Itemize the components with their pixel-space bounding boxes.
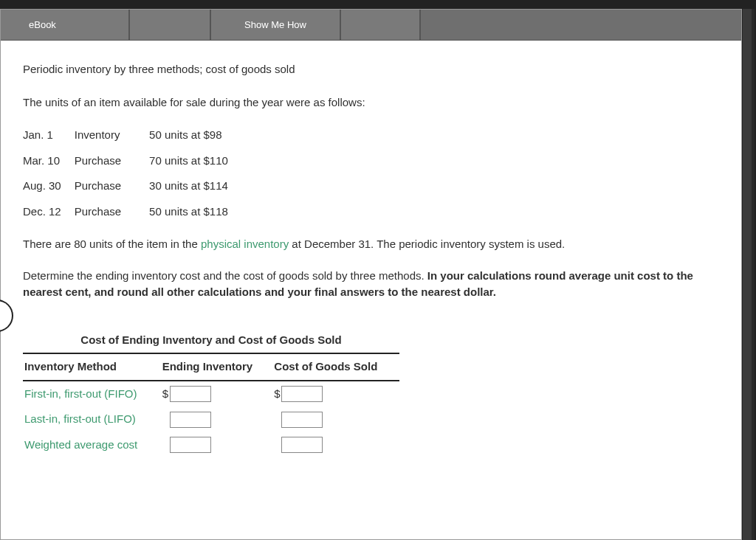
table-row: Aug. 30 Purchase 30 units at $114 [23,173,241,199]
answer-section: Cost of Ending Inventory and Cost of Goo… [23,329,399,458]
answer-table-title: Cost of Ending Inventory and Cost of Goo… [23,329,399,355]
table-header-row: Inventory Method Ending Inventory Cost o… [23,354,399,381]
physical-inventory-sentence: There are 80 units of the item in the ph… [23,236,719,253]
table-row: Dec. 12 Purchase 50 units at $118 [23,199,241,225]
content-frame: eBook Show Me How Periodic inventory by … [0,9,742,540]
text-fragment: There are 80 units of the item in the [23,238,201,250]
cell-ending-inventory [161,406,273,432]
cell-cogs [272,406,399,432]
cell-type: Inventory [75,122,134,148]
dollar-sign: $ [274,386,281,403]
method-lifo: Last-in, first-out (LIFO) [23,406,161,432]
dollar-sign: $ [162,386,170,403]
tab-bar: eBook Show Me How [1,10,741,41]
input-fifo-cogs[interactable] [281,386,323,402]
cell-cogs [272,432,399,458]
input-lifo-ending[interactable] [170,412,211,428]
tab-ebook[interactable]: eBook [1,10,130,40]
table-row: First-in, first-out (FIFO) $ $ [23,381,399,407]
tab-remainder [421,10,741,40]
instruction-sentence: Determine the ending inventory cost and … [23,268,719,301]
cell-detail: 70 units at $110 [134,148,241,174]
inventory-availability-table: Jan. 1 Inventory 50 units at $98 Mar. 10… [23,122,241,224]
cell-ending-inventory [161,432,273,458]
cell-detail: 50 units at $98 [134,122,241,148]
cell-type: Purchase [75,148,134,174]
cell-date: Jan. 1 [23,122,75,148]
cell-date: Mar. 10 [23,148,75,174]
method-fifo: First-in, first-out (FIFO) [23,381,161,407]
cell-detail: 30 units at $114 [134,173,241,199]
cell-ending-inventory: $ [161,381,273,407]
term-physical-inventory[interactable]: physical inventory [201,238,289,250]
col-header-ending-inventory: Ending Inventory [161,354,273,381]
cell-cogs: $ [272,381,399,407]
problem-content: Periodic inventory by three methods; cos… [1,41,741,465]
col-header-method: Inventory Method [23,354,161,381]
answer-table: Inventory Method Ending Inventory Cost o… [23,354,399,457]
cell-type: Purchase [75,199,134,225]
frame-shadow [743,9,752,540]
cell-date: Dec. 12 [23,199,75,225]
text-fragment: Determine the ending inventory cost and … [23,269,427,282]
cell-date: Aug. 30 [23,173,75,199]
method-weighted-avg: Weighted average cost [23,432,161,458]
tab-show-me-how[interactable]: Show Me How [211,10,341,40]
cell-detail: 50 units at $118 [134,199,241,225]
tab-spacer [341,10,421,40]
input-wavg-ending[interactable] [170,437,211,453]
col-header-cogs: Cost of Goods Sold [272,354,399,381]
tab-spacer [130,10,211,40]
table-row: Mar. 10 Purchase 70 units at $110 [23,148,241,174]
input-lifo-cogs[interactable] [281,412,323,428]
problem-title: Periodic inventory by three methods; cos… [23,61,719,78]
table-row: Weighted average cost [23,432,399,458]
text-fragment: at December 31. The periodic inventory s… [289,238,565,250]
input-wavg-cogs[interactable] [281,437,323,453]
table-row: Jan. 1 Inventory 50 units at $98 [23,122,241,148]
vertical-scrollbar[interactable] [752,9,755,540]
input-fifo-ending[interactable] [170,386,211,402]
cell-type: Purchase [75,173,134,199]
lead-sentence: The units of an item available for sale … [23,94,719,111]
table-row: Last-in, first-out (LIFO) [23,406,399,432]
